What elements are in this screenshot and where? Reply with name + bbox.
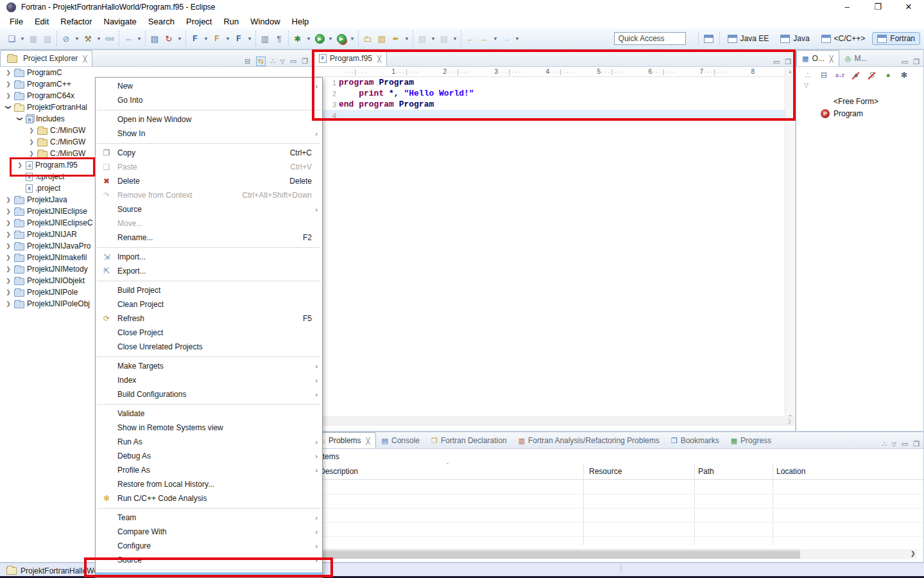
chevron-collapsed-icon[interactable]: ❯ — [4, 243, 13, 249]
close-icon[interactable]: ╳ — [366, 437, 370, 444]
chevron-collapsed-icon[interactable]: ❯ — [4, 277, 13, 284]
chevron-down-icon[interactable]: ▽ — [892, 441, 896, 448]
hash-icon[interactable]: ✻ — [899, 71, 909, 80]
menu-run[interactable]: Run — [218, 15, 244, 28]
console-icon[interactable]: ▤ — [148, 31, 161, 46]
import-project-icon[interactable]: 🗀 — [361, 31, 374, 46]
view-menu-icon[interactable]: ∴ — [882, 440, 887, 448]
status-drag-handle[interactable]: ⋮⋮ — [618, 566, 624, 571]
context-menu-item-run-c-c-code-analysis[interactable]: ✻Run C/C++ Code Analysis — [96, 491, 322, 505]
tab-program-f95[interactable]: F Program.f95 ╳ — [313, 50, 387, 66]
chevron-collapsed-icon[interactable]: ❯ — [27, 139, 36, 145]
context-menu-item-profile-as[interactable]: Profile As› — [96, 463, 322, 477]
run-icon[interactable]: ▶ — [313, 31, 326, 46]
context-menu-item-show-in[interactable]: Show In› — [96, 127, 322, 141]
forward-icon[interactable]: → — [500, 31, 513, 46]
chevron-down-icon[interactable]: ▽ — [280, 58, 285, 65]
menu-edit[interactable]: Edit — [29, 15, 55, 28]
save-all-icon[interactable]: ▧ — [41, 31, 54, 46]
chevron-down-icon[interactable]: ▽ — [796, 81, 923, 90]
chevron-collapsed-icon[interactable]: ❯ — [4, 301, 13, 307]
chevron-collapsed-icon[interactable]: ❯ — [4, 220, 13, 226]
code-line-3[interactable]: 3end program Program — [313, 99, 795, 110]
context-menu-item-open-in-new-window[interactable]: Open in New Window — [96, 112, 322, 127]
editor-horizontal-scrollbar[interactable]: ❬ ❭ — [314, 416, 794, 426]
chevron-expanded-icon[interactable]: ❯ — [5, 103, 12, 112]
save-icon[interactable]: ▦ — [27, 31, 40, 46]
dropdown-arrow-icon[interactable]: ▾ — [492, 31, 499, 46]
last-edit-icon[interactable]: ← — [464, 31, 477, 46]
next-annotation-icon[interactable]: ▤ — [416, 31, 429, 46]
dropdown-arrow-icon[interactable]: ▾ — [349, 31, 355, 46]
chevron-collapsed-icon[interactable]: ❯ — [4, 266, 13, 272]
code-line-2[interactable]: 2 print *, "Hello World!" — [313, 88, 795, 99]
tab-console[interactable]: ▤Console — [376, 432, 425, 448]
new-source-file-icon[interactable]: F — [232, 31, 245, 46]
scroll-up-icon[interactable]: ▲ — [785, 67, 795, 76]
maximize-panel-icon[interactable]: ❐ — [913, 440, 920, 448]
context-menu-item-properties[interactable]: PropertiesAlt+Enter — [96, 572, 322, 578]
context-menu-item-close-unrelated-projects[interactable]: Close Unrelated Projects — [96, 340, 322, 354]
dropdown-arrow-icon[interactable]: ▾ — [203, 31, 209, 46]
minimize-panel-icon[interactable]: ▭ — [902, 440, 908, 448]
menu-window[interactable]: Window — [244, 15, 286, 28]
green-dot-icon[interactable]: ● — [883, 71, 893, 80]
context-menu-item-delete[interactable]: ✖DeleteDelete — [96, 174, 322, 188]
menu-project[interactable]: Project — [180, 15, 218, 28]
context-menu-item-close-project[interactable]: Close Project — [96, 326, 322, 340]
show-whitespace-icon[interactable]: ¶ — [273, 31, 286, 46]
minimize-window-icon[interactable]: – — [832, 0, 862, 14]
quick-access-input[interactable]: Quick Access — [614, 32, 686, 45]
dropdown-arrow-icon[interactable]: ▾ — [305, 31, 312, 46]
coverage-icon[interactable]: ▶ — [335, 31, 348, 46]
context-menu-item-show-in-remote-systems-view[interactable]: Show in Remote Systems view — [96, 421, 322, 435]
sort-icon[interactable]: a↓z — [835, 72, 845, 78]
context-menu-item-validate[interactable]: Validate — [96, 407, 322, 421]
chevron-collapsed-icon[interactable]: ❯ — [27, 127, 36, 134]
restore-window-icon[interactable]: ❐ — [862, 0, 893, 14]
open-perspective-icon[interactable] — [703, 31, 715, 46]
close-icon[interactable]: ╳ — [830, 55, 834, 62]
perspective-cc[interactable]: <C/C++> — [817, 32, 870, 45]
dropdown-arrow-icon[interactable]: ▾ — [452, 31, 458, 46]
dropdown-arrow-icon[interactable]: ▾ — [19, 31, 26, 46]
tab-fortran-analysis-refactoring-problems[interactable]: ▥Fortran Analysis/Refactoring Problems — [513, 432, 665, 448]
tab-outline[interactable]: ▦ O... ╳ — [796, 50, 839, 66]
context-menu-item-build-configurations[interactable]: Build Configurations› — [96, 387, 322, 401]
maximize-panel-icon[interactable]: ❐ — [302, 57, 308, 66]
back-icon[interactable]: ← — [478, 31, 491, 46]
skip-breakpoints-icon[interactable]: ⊘ — [60, 31, 73, 46]
context-menu-item-new[interactable]: New› — [96, 79, 322, 93]
chevron-collapsed-icon[interactable]: ❯ — [4, 69, 13, 76]
dropdown-arrow-icon[interactable]: ▾ — [225, 31, 231, 46]
close-icon[interactable]: ╳ — [83, 55, 87, 62]
menu-navigate[interactable]: Navigate — [98, 15, 142, 28]
tab-make-target[interactable]: ◎ M... — [839, 50, 873, 66]
context-menu-item-go-into[interactable]: Go Into — [96, 93, 322, 107]
context-menu-item-clean-project[interactable]: Clean Project — [96, 297, 322, 311]
dropdown-arrow-icon[interactable]: ▾ — [246, 31, 253, 46]
open-project-icon[interactable]: ▤ — [375, 31, 388, 46]
dropdown-arrow-icon[interactable]: ▾ — [74, 31, 80, 46]
context-menu-item-index[interactable]: Index› — [96, 373, 322, 387]
hide-subprograms-icon[interactable]: S — [867, 71, 877, 80]
chevron-collapsed-icon[interactable]: ❯ — [4, 197, 13, 203]
context-menu-item-make-targets[interactable]: Make Targets› — [96, 359, 322, 373]
minimize-panel-icon[interactable]: ▭ — [290, 57, 296, 66]
dropdown-arrow-icon[interactable]: ▾ — [514, 31, 520, 46]
view-menu-icon[interactable]: ∴ — [803, 71, 813, 80]
column-header-location[interactable]: Location — [776, 467, 805, 476]
new-wizard-icon[interactable]: ❏ — [5, 31, 18, 46]
perspective-fortran[interactable]: Fortran — [872, 32, 920, 45]
column-header-path[interactable]: Path — [698, 467, 714, 476]
maximize-panel-icon[interactable]: ❐ — [913, 58, 920, 66]
context-menu-item-run-as[interactable]: Run As› — [96, 435, 322, 449]
code-area[interactable]: 1program Program2 print *, "Hello World!… — [313, 77, 795, 121]
context-menu-item-build-project[interactable]: Build Project — [96, 283, 322, 297]
perspective-javaee[interactable]: Java EE — [723, 32, 774, 45]
maximize-panel-icon[interactable]: ❐ — [785, 58, 791, 66]
swap-editor-icon[interactable]: ⇔ — [122, 31, 135, 46]
context-menu-item-configure[interactable]: Configure› — [96, 539, 322, 553]
column-header-description[interactable]: Description — [320, 467, 358, 476]
new-fortran-file-icon[interactable]: F — [189, 31, 201, 46]
